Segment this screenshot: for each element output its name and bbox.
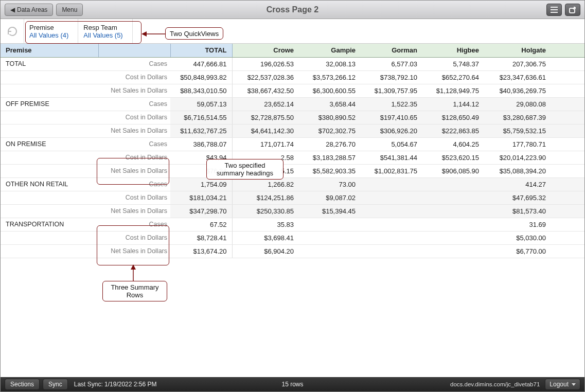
table-row[interactable]: Net Sales in Dollars$76,345.15$5,582,903… bbox=[1, 164, 584, 177]
cell-value: $6,770.00 bbox=[484, 244, 551, 258]
cell-total: $50,848,993.82 bbox=[170, 70, 232, 84]
row-group-label bbox=[1, 70, 98, 84]
header-col[interactable]: Higbee bbox=[422, 44, 484, 57]
cell-value: 3,658.44 bbox=[299, 97, 361, 111]
cell-value: $738,792.10 bbox=[361, 70, 422, 84]
cell-value bbox=[422, 244, 484, 258]
header-row-label[interactable]: Premise bbox=[1, 44, 98, 57]
table-row[interactable]: OFF PREMISECases59,057.1323,652.143,658.… bbox=[1, 97, 584, 111]
table-row[interactable]: Net Sales in Dollars$347,298.70$250,330.… bbox=[1, 204, 584, 218]
cell-total: 67.52 bbox=[170, 218, 232, 231]
cell-value: 6,577.03 bbox=[361, 57, 422, 70]
table-row[interactable]: Cost in Dollars$50,848,993.82$22,537,028… bbox=[1, 70, 584, 84]
cell-value: $652,270.64 bbox=[422, 70, 484, 84]
cell-spacer bbox=[551, 151, 584, 164]
cell-spacer bbox=[551, 244, 584, 258]
table-row[interactable]: Cost in Dollars$8,728.41$3,698.41$5,030.… bbox=[1, 231, 584, 244]
row-group-label bbox=[1, 124, 98, 137]
cell-value bbox=[361, 231, 422, 244]
cell-value: 1,522.35 bbox=[361, 97, 422, 111]
cell-value: $81,573.40 bbox=[484, 204, 551, 218]
cell-value: 35.83 bbox=[232, 218, 299, 231]
header-col[interactable]: Gampie bbox=[299, 44, 361, 57]
cell-value: 177,780.71 bbox=[484, 137, 551, 151]
header-spacer bbox=[551, 44, 584, 57]
header-total[interactable]: TOTAL bbox=[170, 44, 232, 57]
row-group-label bbox=[1, 151, 98, 164]
header-col[interactable]: Gorman bbox=[361, 44, 422, 57]
sections-button[interactable]: Sections bbox=[5, 379, 40, 390]
cell-value: 31.69 bbox=[484, 218, 551, 231]
row-group-label bbox=[1, 231, 98, 244]
cell-value bbox=[422, 218, 484, 231]
row-measure-label: Cost in Dollars bbox=[98, 111, 170, 124]
cell-spacer bbox=[551, 111, 584, 124]
table-row[interactable]: TRANSPORTATIONCases67.5235.8331.69 bbox=[1, 218, 584, 231]
cell-value: $4,641,142.30 bbox=[232, 124, 299, 137]
cell-value: $306,926.20 bbox=[361, 124, 422, 137]
annotation-outline-quickviews bbox=[25, 21, 141, 44]
cell-value bbox=[422, 204, 484, 218]
cell-value: 29,080.08 bbox=[484, 97, 551, 111]
server-url-label: docs.dev.dimins.com/jc_divetab71 bbox=[450, 381, 540, 387]
cell-value: $124,251.86 bbox=[232, 191, 299, 204]
cell-value bbox=[299, 218, 361, 231]
table-row[interactable]: Net Sales in Dollars$88,343,010.50$38,66… bbox=[1, 84, 584, 97]
table-row[interactable]: Cost in Dollars$181,034.21$124,251.86$9,… bbox=[1, 191, 584, 204]
cell-value: 414.27 bbox=[484, 177, 551, 191]
cell-value bbox=[299, 244, 361, 258]
row-group-label: TOTAL bbox=[1, 57, 98, 70]
header-col[interactable]: Holgate bbox=[484, 44, 551, 57]
row-measure-label: Cases bbox=[98, 97, 170, 111]
table-scroll[interactable]: Premise TOTAL Crowe Gampie Gorman Higbee… bbox=[1, 44, 584, 377]
cell-total: $6,716,514.55 bbox=[170, 111, 232, 124]
cell-value: $6,904.20 bbox=[232, 244, 299, 258]
header-measure bbox=[98, 44, 170, 57]
row-measure-label: Net Sales in Dollars bbox=[98, 204, 170, 218]
data-areas-button[interactable]: ◀ Data Areas bbox=[5, 4, 53, 16]
row-group-label bbox=[1, 204, 98, 218]
cell-value: $5,582,903.35 bbox=[299, 164, 361, 177]
table-row[interactable]: Net Sales in Dollars$13,674.20$6,904.20$… bbox=[1, 244, 584, 258]
row-group-label bbox=[1, 164, 98, 177]
refresh-icon[interactable] bbox=[1, 19, 24, 43]
table-header-row: Premise TOTAL Crowe Gampie Gorman Higbee… bbox=[1, 44, 584, 57]
menu-button[interactable]: Menu bbox=[56, 4, 83, 16]
sync-button[interactable]: Sync bbox=[43, 379, 68, 390]
table-row[interactable]: Cost in Dollars$43,942.58$3,183,288.57$5… bbox=[1, 151, 584, 164]
header-col[interactable]: Crowe bbox=[232, 44, 299, 57]
row-measure-label: Cost in Dollars bbox=[98, 70, 170, 84]
table-row[interactable]: OTHER NON RETAILCases1,754.091,266.8273.… bbox=[1, 177, 584, 191]
hamburger-icon[interactable] bbox=[546, 4, 562, 16]
cell-spacer bbox=[551, 97, 584, 111]
table-row[interactable]: ON PREMISECases386,788.07171,071.7428,27… bbox=[1, 137, 584, 151]
table-row[interactable]: Cost in Dollars$6,716,514.55$2,728,875.5… bbox=[1, 111, 584, 124]
cross-table: Premise TOTAL Crowe Gampie Gorman Higbee… bbox=[1, 44, 584, 258]
cell-spacer bbox=[551, 231, 584, 244]
cell-value: $23,347,636.61 bbox=[484, 70, 551, 84]
table-row[interactable]: Net Sales in Dollars$11,632,767.25$4,641… bbox=[1, 124, 584, 137]
cell-value: $6,300,600.55 bbox=[299, 84, 361, 97]
cell-value: 28,276.70 bbox=[299, 137, 361, 151]
chevron-down-icon bbox=[572, 383, 576, 386]
cell-value bbox=[361, 218, 422, 231]
row-measure-label: Net Sales in Dollars bbox=[98, 84, 170, 97]
cell-value: $3,573,266.12 bbox=[299, 70, 361, 84]
table-row[interactable]: TOTALCases447,666.81196,026.5332,008.136… bbox=[1, 57, 584, 70]
cell-spacer bbox=[551, 177, 584, 191]
row-measure-label: Cost in Dollars bbox=[98, 191, 170, 204]
cell-value: $5,759,532.15 bbox=[484, 124, 551, 137]
cell-value: 23,652.14 bbox=[232, 97, 299, 111]
cell-value: 32,008.13 bbox=[299, 57, 361, 70]
cell-value: 73.00 bbox=[299, 177, 361, 191]
row-measure-label: Cases bbox=[98, 57, 170, 70]
cell-value: 196,026.53 bbox=[232, 57, 299, 70]
cell-value: 207,306.75 bbox=[484, 57, 551, 70]
annotation-summary-headings-label: Two specified summary headings bbox=[206, 159, 283, 180]
cell-value bbox=[361, 244, 422, 258]
logout-button[interactable]: Logout bbox=[545, 379, 580, 390]
share-icon[interactable] bbox=[565, 4, 580, 16]
data-areas-label: Data Areas bbox=[17, 6, 47, 13]
row-group-label: TRANSPORTATION bbox=[1, 218, 98, 231]
cell-value: 171,071.74 bbox=[232, 137, 299, 151]
